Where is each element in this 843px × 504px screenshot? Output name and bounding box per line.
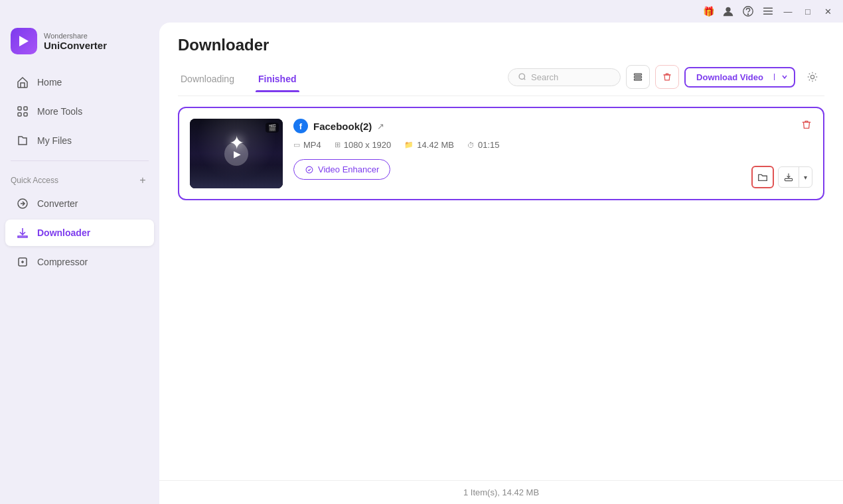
main-content: Downloader Downloading Finished — [159, 23, 843, 504]
svg-rect-6 — [18, 107, 21, 110]
delete-all-button[interactable] — [655, 65, 679, 89]
minimize-button[interactable]: — — [781, 4, 795, 19]
files-icon — [16, 134, 29, 147]
svg-rect-8 — [18, 113, 21, 116]
settings-button[interactable] — [801, 65, 824, 89]
video-title: Facebook(2) — [313, 121, 372, 132]
facebook-icon: f — [293, 119, 308, 133]
tabs-toolbar: Downloading Finished — [178, 65, 824, 96]
quick-access-label: Quick Access — [11, 176, 58, 185]
sidebar-item-downloader[interactable]: Downloader — [5, 220, 154, 246]
close-button[interactable]: ✕ — [820, 4, 835, 19]
app-logo — [11, 28, 37, 54]
logo-area: Wondershare UniConverter — [0, 23, 159, 68]
sidebar-item-converter[interactable]: Converter — [5, 190, 154, 217]
sidebar-divider — [11, 160, 149, 161]
logo-brand: Wondershare — [44, 32, 107, 40]
sidebar-item-compressor[interactable]: Compressor — [5, 249, 154, 275]
export-button[interactable] — [779, 167, 799, 187]
quick-access-header: Quick Access + — [0, 169, 159, 189]
video-thumbnail[interactable]: ✦ 🎬 — [190, 119, 283, 188]
search-icon — [518, 72, 527, 82]
search-box — [508, 68, 621, 86]
sidebar-item-more-tools[interactable]: More Tools — [5, 98, 154, 125]
video-title-row: f Facebook(2) ↗ — [293, 119, 812, 133]
download-video-button-group: Download Video — [684, 67, 795, 88]
toolbar: Download Video — [508, 65, 824, 95]
list-view-button[interactable] — [626, 65, 650, 89]
content-area: ✦ 🎬 f Facebook(2) ↗ ▭ MP4 — [159, 96, 843, 480]
svg-rect-18 — [785, 178, 792, 180]
svg-rect-5 — [763, 14, 773, 15]
download-video-button[interactable]: Download Video — [686, 68, 774, 86]
add-quick-access-button[interactable]: + — [137, 174, 149, 186]
download-video-dropdown-button[interactable] — [774, 74, 794, 80]
edit-title-icon[interactable]: ↗ — [377, 121, 384, 131]
svg-rect-4 — [763, 11, 773, 11]
search-input[interactable] — [531, 72, 611, 82]
card-bottom-actions: ▾ — [751, 166, 812, 188]
play-button[interactable] — [224, 142, 248, 166]
maximize-button[interactable]: □ — [801, 4, 815, 19]
svg-rect-14 — [635, 76, 642, 78]
svg-point-0 — [726, 7, 730, 12]
menu-icon[interactable] — [761, 4, 775, 19]
status-text: 1 Item(s), 14.42 MB — [463, 487, 539, 497]
open-folder-button[interactable] — [751, 166, 774, 188]
meta-filesize: 📁 14.42 MB — [404, 140, 454, 150]
svg-rect-15 — [635, 79, 642, 80]
svg-point-16 — [810, 75, 814, 78]
delete-card-button[interactable] — [801, 119, 812, 134]
home-icon — [16, 76, 29, 89]
title-bar: 🎁 — □ ✕ — [0, 0, 843, 23]
svg-point-2 — [747, 14, 748, 15]
svg-rect-13 — [635, 74, 642, 75]
video-info: f Facebook(2) ↗ ▭ MP4 ⊞ 1080 x 1920 — [293, 119, 812, 180]
more-tools-icon — [16, 105, 29, 118]
support-icon[interactable] — [741, 4, 755, 19]
meta-duration: ⏱ 01:15 — [467, 140, 500, 150]
card-actions — [801, 119, 812, 134]
status-bar: 1 Item(s), 14.42 MB — [159, 480, 843, 504]
export-button-group: ▾ — [778, 166, 812, 188]
film-icon: 🎬 — [266, 123, 279, 133]
tab-finished[interactable]: Finished — [256, 68, 299, 92]
sidebar-item-my-files[interactable]: My Files — [5, 127, 154, 154]
page-header: Downloader Downloading Finished — [159, 23, 843, 96]
video-enhancer-button[interactable]: Video Enhancer — [293, 159, 390, 180]
logo-name: UniConverter — [44, 40, 107, 51]
svg-rect-3 — [763, 8, 773, 9]
tab-downloading[interactable]: Downloading — [178, 68, 237, 92]
downloader-icon — [16, 226, 29, 239]
sidebar-item-home[interactable]: Home — [5, 69, 154, 95]
svg-rect-7 — [24, 107, 27, 110]
converter-icon — [16, 197, 29, 210]
page-title: Downloader — [178, 36, 824, 54]
video-card: ✦ 🎬 f Facebook(2) ↗ ▭ MP4 — [178, 107, 824, 200]
user-icon[interactable] — [721, 4, 735, 19]
compressor-icon — [16, 255, 29, 269]
svg-rect-9 — [24, 113, 27, 116]
enhancer-icon — [305, 165, 314, 174]
gift-icon[interactable]: 🎁 — [701, 4, 716, 19]
meta-format: ▭ MP4 — [293, 140, 321, 150]
sidebar: Wondershare UniConverter Home More Tools… — [0, 23, 159, 504]
export-dropdown-button[interactable]: ▾ — [799, 167, 812, 187]
meta-resolution: ⊞ 1080 x 1920 — [335, 140, 392, 150]
video-meta: ▭ MP4 ⊞ 1080 x 1920 📁 14.42 MB ⏱ — [293, 140, 812, 150]
